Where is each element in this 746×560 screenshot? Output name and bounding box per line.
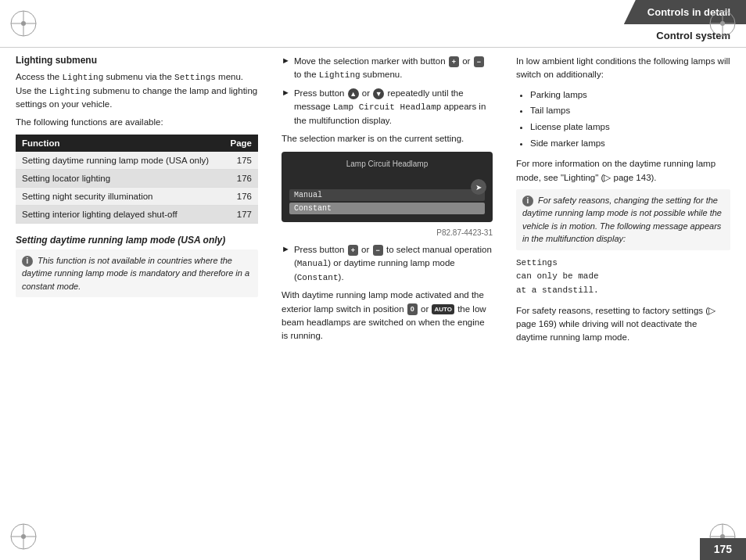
list-item: License plate lamps bbox=[530, 119, 730, 135]
lamp-circuit-mono: Lamp Circuit Headlamp bbox=[333, 102, 442, 112]
constant-mono: Constant bbox=[297, 273, 339, 282]
step2: ► Press button ▲ or ▼ repeatedly until t… bbox=[282, 87, 493, 127]
col-page-header: Page bbox=[223, 135, 258, 152]
ambient-light-text: In low ambient light conditions the foll… bbox=[516, 55, 730, 82]
table-row: Setting daytime running lamp mode (USA o… bbox=[16, 152, 258, 170]
header-divider bbox=[0, 47, 746, 48]
arrow-icon-3: ► bbox=[282, 244, 290, 253]
right-column: In low ambient light conditions the foll… bbox=[516, 55, 730, 521]
page-cell: 176 bbox=[223, 187, 258, 205]
info-text-right: For safety reasons, changing the setting… bbox=[522, 196, 722, 244]
code-line: Settings bbox=[516, 257, 730, 271]
selection-marker-text: The selection marker is on the current s… bbox=[282, 132, 493, 145]
minus-button-icon-2: − bbox=[373, 245, 383, 257]
page-cell: 175 bbox=[223, 152, 258, 170]
step1: ► Move the selection marker with button … bbox=[282, 55, 493, 82]
info-text-left: This function is not available in countr… bbox=[22, 256, 249, 291]
list-item: Side marker lamps bbox=[530, 135, 730, 152]
function-table: Function Page Setting daytime running la… bbox=[16, 135, 258, 224]
arrow-icon-2: ► bbox=[282, 88, 290, 97]
down-button-icon: ▼ bbox=[373, 88, 384, 99]
available-text: The following functions are available: bbox=[16, 116, 258, 129]
display-menu-item-constant: Constant bbox=[289, 203, 485, 214]
lamps-list: Parking lampsTail lampsLicense plate lam… bbox=[530, 87, 730, 152]
page-cell: 176 bbox=[223, 169, 258, 187]
info-icon-left: i bbox=[22, 256, 33, 267]
info-box-left: i This function is not available in coun… bbox=[16, 249, 258, 298]
left-column: Lighting submenu Access the Lighting sub… bbox=[16, 55, 266, 521]
list-item: Parking lamps bbox=[530, 87, 730, 103]
mid-column: ► Move the selection marker with button … bbox=[282, 55, 500, 521]
step3-text: Press button + or − to select manual ope… bbox=[294, 243, 493, 284]
display-menu: Manual Constant bbox=[289, 189, 485, 214]
table-row: Setting night security illumination176 bbox=[16, 187, 258, 205]
function-cell: Setting daytime running lamp mode (USA o… bbox=[16, 152, 223, 170]
display-title: Lamp Circuit Headlamp bbox=[289, 160, 485, 168]
list-item: Tail lamps bbox=[530, 102, 730, 119]
corner-decoration-tr bbox=[707, 8, 738, 39]
settings-mono: Settings bbox=[174, 73, 216, 82]
plus-button-icon: + bbox=[449, 56, 459, 68]
arrow-icon-1: ► bbox=[282, 56, 290, 65]
plus-button-icon-2: + bbox=[348, 245, 358, 257]
daytime-running-text: With daytime running lamp mode activated… bbox=[282, 289, 493, 343]
code-line: at a standstill. bbox=[516, 284, 730, 298]
info-box-right: i For safety reasons, changing the setti… bbox=[516, 189, 730, 250]
more-info-text: For more information on the daytime runn… bbox=[516, 157, 730, 185]
corner-decoration-tl bbox=[8, 8, 39, 39]
lighting-mono2: Lighting bbox=[49, 87, 91, 96]
minus-button-icon: − bbox=[474, 56, 484, 68]
zero-btn-icon: 0 bbox=[407, 303, 418, 315]
lighting-mono: Lighting bbox=[62, 73, 103, 82]
auto-btn-icon: AUTO bbox=[432, 304, 454, 314]
table-row: Setting interior lighting delayed shut-o… bbox=[16, 205, 258, 223]
display-nav-btn: ➤ bbox=[471, 179, 486, 195]
function-cell: Setting night security illumination bbox=[16, 187, 223, 205]
step2-text: Press button ▲ or ▼ repeatedly until the… bbox=[294, 87, 493, 127]
table-row: Setting locator lighting176 bbox=[16, 169, 258, 187]
lighting-mono-mid: Lighting bbox=[319, 70, 360, 80]
main-content: Lighting submenu Access the Lighting sub… bbox=[16, 55, 730, 521]
multifunction-display: Lamp Circuit Headlamp Manual Constant ➤ bbox=[282, 152, 493, 222]
display-menu-item-manual: Manual bbox=[289, 189, 485, 201]
col-function-header: Function bbox=[16, 135, 223, 152]
safety-text: For safety reasons, resetting to factory… bbox=[516, 304, 730, 345]
info-icon-right: i bbox=[522, 196, 533, 206]
manual-mono: Manual bbox=[297, 259, 328, 268]
display-caption: P82.87-4423-31 bbox=[282, 228, 493, 237]
page-number: 175 bbox=[700, 538, 746, 560]
lighting-intro: Access the Lighting submenu via the Sett… bbox=[16, 70, 258, 111]
up-button-icon: ▲ bbox=[348, 88, 359, 99]
lighting-submenu-heading: Lighting submenu bbox=[16, 55, 258, 66]
step1-text: Move the selection marker with button + … bbox=[294, 55, 493, 82]
function-cell: Setting locator lighting bbox=[16, 169, 223, 187]
daytime-section-title: Setting daytime running lamp mode (USA o… bbox=[16, 235, 258, 246]
step3: ► Press button + or − to select manual o… bbox=[282, 243, 493, 284]
page-cell: 177 bbox=[223, 205, 258, 223]
function-cell: Setting interior lighting delayed shut-o… bbox=[16, 205, 223, 223]
corner-decoration-bl bbox=[8, 521, 39, 552]
header: Controls in detail Control system bbox=[0, 0, 746, 47]
code-line: can only be made bbox=[516, 270, 730, 284]
code-block: Settingscan only be madeat a standstill. bbox=[516, 257, 730, 298]
